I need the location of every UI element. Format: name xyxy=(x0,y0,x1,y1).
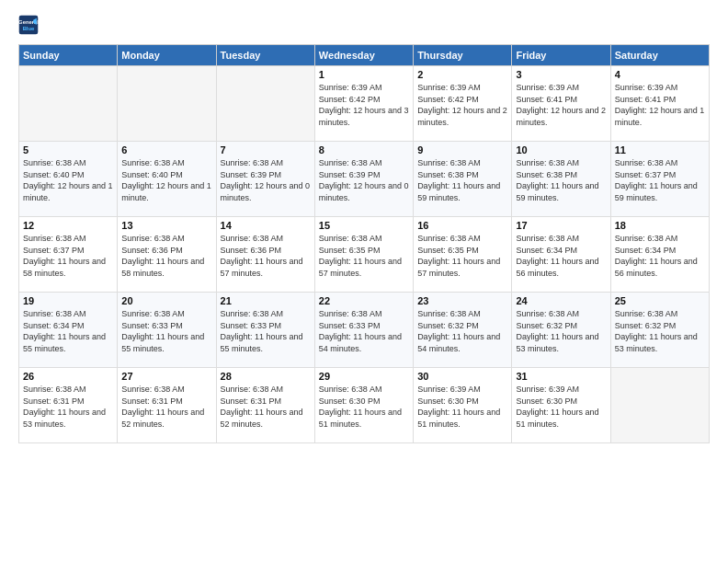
header: General Blue xyxy=(18,15,710,35)
calendar-cell: 3Sunrise: 6:39 AM Sunset: 6:41 PM Daylig… xyxy=(512,66,610,142)
calendar-cell xyxy=(610,368,709,443)
cell-info: Sunrise: 6:38 AM Sunset: 6:34 PM Dayligh… xyxy=(23,308,113,354)
calendar-cell xyxy=(118,66,216,142)
day-number: 21 xyxy=(221,295,311,306)
cell-info: Sunrise: 6:38 AM Sunset: 6:34 PM Dayligh… xyxy=(516,233,606,279)
day-number: 15 xyxy=(319,220,409,231)
calendar-cell: 1Sunrise: 6:39 AM Sunset: 6:42 PM Daylig… xyxy=(314,66,413,142)
col-header-thursday: Thursday xyxy=(414,45,512,66)
calendar-cell: 2Sunrise: 6:39 AM Sunset: 6:42 PM Daylig… xyxy=(414,66,512,142)
calendar-cell xyxy=(19,66,118,142)
cell-info: Sunrise: 6:39 AM Sunset: 6:41 PM Dayligh… xyxy=(516,82,606,128)
cell-info: Sunrise: 6:38 AM Sunset: 6:32 PM Dayligh… xyxy=(516,308,606,354)
cell-info: Sunrise: 6:38 AM Sunset: 6:32 PM Dayligh… xyxy=(417,308,507,354)
day-number: 29 xyxy=(319,371,409,382)
calendar-cell xyxy=(216,66,314,142)
cell-info: Sunrise: 6:39 AM Sunset: 6:42 PM Dayligh… xyxy=(319,82,409,128)
calendar-cell: 20Sunrise: 6:38 AM Sunset: 6:33 PM Dayli… xyxy=(118,293,216,368)
calendar-cell: 4Sunrise: 6:39 AM Sunset: 6:41 PM Daylig… xyxy=(610,66,709,142)
calendar-cell: 11Sunrise: 6:38 AM Sunset: 6:37 PM Dayli… xyxy=(610,142,709,217)
svg-text:Blue: Blue xyxy=(23,26,35,31)
day-number: 26 xyxy=(23,371,113,382)
cell-info: Sunrise: 6:38 AM Sunset: 6:36 PM Dayligh… xyxy=(221,233,311,279)
calendar-cell: 18Sunrise: 6:38 AM Sunset: 6:34 PM Dayli… xyxy=(610,217,709,293)
day-number: 19 xyxy=(23,295,113,306)
calendar-cell: 24Sunrise: 6:38 AM Sunset: 6:32 PM Dayli… xyxy=(512,293,610,368)
calendar-cell: 26Sunrise: 6:38 AM Sunset: 6:31 PM Dayli… xyxy=(19,368,118,443)
cell-info: Sunrise: 6:38 AM Sunset: 6:37 PM Dayligh… xyxy=(615,157,705,203)
col-header-sunday: Sunday xyxy=(19,45,118,66)
day-number: 30 xyxy=(417,371,507,382)
day-number: 31 xyxy=(516,371,606,382)
week-row-1: 5Sunrise: 6:38 AM Sunset: 6:40 PM Daylig… xyxy=(19,142,710,217)
day-number: 27 xyxy=(121,371,211,382)
day-number: 23 xyxy=(417,295,507,306)
week-row-4: 26Sunrise: 6:38 AM Sunset: 6:31 PM Dayli… xyxy=(19,368,710,443)
calendar-cell: 31Sunrise: 6:39 AM Sunset: 6:30 PM Dayli… xyxy=(512,368,610,443)
week-row-3: 19Sunrise: 6:38 AM Sunset: 6:34 PM Dayli… xyxy=(19,293,710,368)
calendar-cell: 13Sunrise: 6:38 AM Sunset: 6:36 PM Dayli… xyxy=(118,217,216,293)
cell-info: Sunrise: 6:38 AM Sunset: 6:32 PM Dayligh… xyxy=(615,308,705,354)
cell-info: Sunrise: 6:38 AM Sunset: 6:31 PM Dayligh… xyxy=(221,384,311,430)
calendar-cell: 8Sunrise: 6:38 AM Sunset: 6:39 PM Daylig… xyxy=(314,142,413,217)
calendar-cell: 15Sunrise: 6:38 AM Sunset: 6:35 PM Dayli… xyxy=(314,217,413,293)
cell-info: Sunrise: 6:38 AM Sunset: 6:33 PM Dayligh… xyxy=(121,308,211,354)
logo: General Blue xyxy=(18,15,41,35)
day-number: 20 xyxy=(121,295,211,306)
day-number: 6 xyxy=(121,144,211,155)
day-number: 22 xyxy=(319,295,409,306)
calendar-cell: 28Sunrise: 6:38 AM Sunset: 6:31 PM Dayli… xyxy=(216,368,314,443)
cell-info: Sunrise: 6:38 AM Sunset: 6:35 PM Dayligh… xyxy=(417,233,507,279)
cell-info: Sunrise: 6:38 AM Sunset: 6:33 PM Dayligh… xyxy=(221,308,311,354)
col-header-tuesday: Tuesday xyxy=(216,45,314,66)
day-number: 3 xyxy=(516,69,606,80)
calendar-cell: 29Sunrise: 6:38 AM Sunset: 6:30 PM Dayli… xyxy=(314,368,413,443)
calendar-cell: 27Sunrise: 6:38 AM Sunset: 6:31 PM Dayli… xyxy=(118,368,216,443)
cell-info: Sunrise: 6:38 AM Sunset: 6:31 PM Dayligh… xyxy=(121,384,211,430)
logo-icon: General Blue xyxy=(18,15,39,35)
cell-info: Sunrise: 6:38 AM Sunset: 6:30 PM Dayligh… xyxy=(319,384,409,430)
cell-info: Sunrise: 6:39 AM Sunset: 6:30 PM Dayligh… xyxy=(516,384,606,430)
calendar-cell: 5Sunrise: 6:38 AM Sunset: 6:40 PM Daylig… xyxy=(19,142,118,217)
calendar-cell: 14Sunrise: 6:38 AM Sunset: 6:36 PM Dayli… xyxy=(216,217,314,293)
week-row-2: 12Sunrise: 6:38 AM Sunset: 6:37 PM Dayli… xyxy=(19,217,710,293)
day-number: 11 xyxy=(615,144,705,155)
cell-info: Sunrise: 6:38 AM Sunset: 6:36 PM Dayligh… xyxy=(121,233,211,279)
day-number: 10 xyxy=(516,144,606,155)
day-number: 16 xyxy=(417,220,507,231)
cell-info: Sunrise: 6:38 AM Sunset: 6:38 PM Dayligh… xyxy=(516,157,606,203)
col-header-saturday: Saturday xyxy=(610,45,709,66)
day-number: 14 xyxy=(221,220,311,231)
cell-info: Sunrise: 6:38 AM Sunset: 6:37 PM Dayligh… xyxy=(23,233,113,279)
week-row-0: 1Sunrise: 6:39 AM Sunset: 6:42 PM Daylig… xyxy=(19,66,710,142)
cell-info: Sunrise: 6:38 AM Sunset: 6:40 PM Dayligh… xyxy=(121,157,211,203)
calendar-cell: 6Sunrise: 6:38 AM Sunset: 6:40 PM Daylig… xyxy=(118,142,216,217)
calendar-cell: 9Sunrise: 6:38 AM Sunset: 6:38 PM Daylig… xyxy=(414,142,512,217)
calendar-header-row: SundayMondayTuesdayWednesdayThursdayFrid… xyxy=(19,45,710,66)
day-number: 24 xyxy=(516,295,606,306)
calendar-cell: 7Sunrise: 6:38 AM Sunset: 6:39 PM Daylig… xyxy=(216,142,314,217)
col-header-wednesday: Wednesday xyxy=(314,45,413,66)
calendar-cell: 22Sunrise: 6:38 AM Sunset: 6:33 PM Dayli… xyxy=(314,293,413,368)
day-number: 13 xyxy=(121,220,211,231)
calendar-cell: 21Sunrise: 6:38 AM Sunset: 6:33 PM Dayli… xyxy=(216,293,314,368)
day-number: 2 xyxy=(417,69,507,80)
cell-info: Sunrise: 6:38 AM Sunset: 6:40 PM Dayligh… xyxy=(23,157,113,203)
cell-info: Sunrise: 6:38 AM Sunset: 6:34 PM Dayligh… xyxy=(615,233,705,279)
cell-info: Sunrise: 6:38 AM Sunset: 6:38 PM Dayligh… xyxy=(417,157,507,203)
page: General Blue SundayMondayTuesdayWednesda… xyxy=(0,0,728,563)
calendar-table: SundayMondayTuesdayWednesdayThursdayFrid… xyxy=(18,44,710,443)
calendar-cell: 12Sunrise: 6:38 AM Sunset: 6:37 PM Dayli… xyxy=(19,217,118,293)
day-number: 12 xyxy=(23,220,113,231)
col-header-monday: Monday xyxy=(118,45,216,66)
day-number: 25 xyxy=(615,295,705,306)
day-number: 17 xyxy=(516,220,606,231)
calendar-cell: 25Sunrise: 6:38 AM Sunset: 6:32 PM Dayli… xyxy=(610,293,709,368)
cell-info: Sunrise: 6:38 AM Sunset: 6:33 PM Dayligh… xyxy=(319,308,409,354)
day-number: 18 xyxy=(615,220,705,231)
calendar-cell: 10Sunrise: 6:38 AM Sunset: 6:38 PM Dayli… xyxy=(512,142,610,217)
calendar-cell: 30Sunrise: 6:39 AM Sunset: 6:30 PM Dayli… xyxy=(414,368,512,443)
cell-info: Sunrise: 6:39 AM Sunset: 6:41 PM Dayligh… xyxy=(615,82,705,128)
day-number: 7 xyxy=(221,144,311,155)
cell-info: Sunrise: 6:39 AM Sunset: 6:42 PM Dayligh… xyxy=(417,82,507,128)
